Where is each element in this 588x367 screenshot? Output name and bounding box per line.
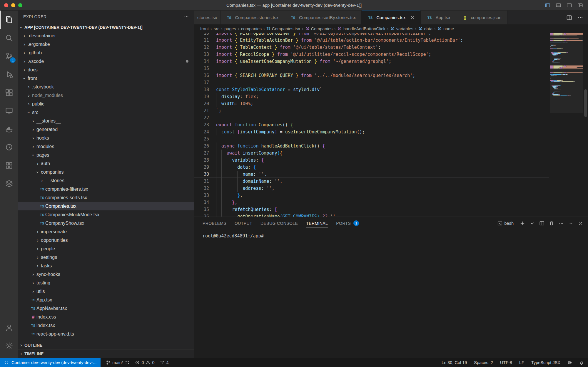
tree-item-node-modules[interactable]: ›node_modules — [18, 91, 194, 100]
tree-item-companies-sorts-tsx[interactable]: TScompanies-sorts.tsx — [18, 193, 194, 202]
tree-item-impersonate[interactable]: ›impersonate — [18, 227, 194, 236]
chevron-down-icon[interactable] — [529, 221, 535, 226]
activity-settings-gear[interactable] — [0, 337, 18, 355]
breadcrumb-companies[interactable]: Companies — [305, 26, 333, 31]
status-indentation[interactable]: Spaces: 2 — [474, 360, 493, 365]
breadcrumb-src[interactable]: src — [214, 26, 219, 31]
tree-item-stories[interactable]: ›__stories__ — [18, 176, 194, 185]
terminal[interactable]: root@0a42ecd84891:/app# — [194, 230, 588, 358]
split-terminal-icon[interactable] — [539, 221, 544, 226]
code-line-26[interactable]: 26async function handleAddButtonClick() … — [194, 143, 549, 150]
code-line-18[interactable]: 18const StyledTableContainer = styled.di… — [194, 86, 549, 93]
code-line-20[interactable]: 20width: 100%; — [194, 100, 549, 107]
tree-item-public[interactable]: ›public — [18, 100, 194, 108]
status-encoding[interactable]: UTF-8 — [500, 360, 512, 365]
panel-tab-output[interactable]: OUTPUT — [235, 219, 252, 227]
code-line-22[interactable]: 22 — [194, 114, 549, 121]
status-globe[interactable] — [567, 360, 572, 365]
zoom-window-button[interactable] — [18, 3, 22, 7]
tab-companies-tsx[interactable]: TSCompanies.tsx — [362, 11, 421, 24]
activity-files[interactable] — [0, 11, 18, 29]
status-language[interactable]: TypeScript JSX — [531, 360, 560, 365]
layout-customize-icon[interactable] — [577, 3, 583, 8]
code-line-21[interactable]: 21`; — [194, 107, 549, 114]
tree-item-tasks[interactable]: ›tasks — [18, 262, 194, 270]
activity-clock[interactable] — [0, 138, 18, 156]
code-line-14[interactable]: 14import { useInsertOneCompanyMutation }… — [194, 58, 549, 65]
more-actions-icon[interactable] — [577, 15, 583, 21]
minimize-window-button[interactable] — [11, 3, 15, 7]
layout-panel-icon[interactable] — [555, 3, 562, 8]
remote-indicator[interactable]: Container dev-twenty-dev (dev-twenty-dev… — [0, 358, 101, 367]
tree-item-sync-hooks[interactable]: ›sync-hooks — [18, 270, 194, 279]
editor-scrollbar[interactable] — [584, 89, 587, 117]
tree-item-companiesmockmode-tsx[interactable]: TSCompaniesMockMode.tsx — [18, 210, 194, 219]
outline-section-header[interactable]: › OUTLINE — [18, 341, 194, 349]
panel-tab-terminal[interactable]: TERMINAL — [306, 219, 328, 227]
tree-item-front[interactable]: ›front — [18, 74, 194, 83]
new-terminal-icon[interactable] — [520, 221, 525, 226]
breadcrumb-pages[interactable]: pages — [224, 26, 236, 31]
code-line-16[interactable]: 16import { SEARCH_COMPANY_QUERY } from '… — [194, 72, 549, 79]
code-line-24[interactable]: 24const [insertCompany] = useInsertOneCo… — [194, 128, 549, 135]
activity-layers[interactable] — [0, 175, 18, 193]
tree-item-companyshow-tsx[interactable]: TSCompanyShow.tsx — [18, 219, 194, 227]
activity-grid[interactable] — [0, 156, 18, 175]
tree-item-vscode[interactable]: ›.vscode — [18, 57, 194, 66]
breadcrumb-name[interactable]: name — [437, 26, 454, 31]
code-line-34[interactable]: 34}, — [194, 199, 549, 206]
status-notifications[interactable] — [579, 360, 584, 365]
close-window-button[interactable] — [4, 3, 8, 7]
tree-item-settings[interactable]: ›settings — [18, 253, 194, 262]
chevron-up-icon[interactable] — [568, 221, 574, 226]
tree-item-github[interactable]: ›.github — [18, 48, 194, 57]
tree-item-react-app-env-d-ts[interactable]: TSreact-app-env.d.ts — [18, 330, 194, 338]
explorer-more-button[interactable] — [184, 14, 189, 19]
layout-sidebar-left-icon[interactable] — [544, 3, 551, 8]
activity-remote-explorer[interactable] — [0, 102, 18, 120]
more-actions-icon[interactable] — [559, 221, 564, 226]
activity-account[interactable] — [0, 319, 18, 337]
code-line-19[interactable]: 19display: flex; — [194, 93, 549, 100]
workspace-section-header[interactable]: › APP [CONTAINER DEV-TWENTY-DEV (DEV-TWE… — [18, 23, 194, 31]
panel-tab-debug-console[interactable]: DEBUG CONSOLE — [260, 219, 298, 227]
tree-item-appnavbar-tsx[interactable]: TSAppNavbar.tsx — [18, 304, 194, 313]
breadcrumb-front[interactable]: front — [200, 26, 209, 31]
close-tab-button[interactable] — [410, 15, 415, 20]
code-line-30[interactable]: 30name: '', — [194, 171, 549, 178]
tree-item-devcontainer[interactable]: ›.devcontainer — [18, 31, 194, 40]
activity-search[interactable] — [0, 29, 18, 47]
close-icon[interactable] — [578, 221, 583, 226]
tree-item-testing[interactable]: ›testing — [18, 279, 194, 287]
code-line-29[interactable]: 29data: { — [194, 164, 549, 171]
tree-item-modules[interactable]: ›modules — [18, 142, 194, 151]
breadcrumb-companies[interactable]: companies — [241, 26, 262, 31]
tree-item-companies-filters-tsx[interactable]: TScompanies-filters.tsx — [18, 185, 194, 193]
code-line-10[interactable]: 10import { WithTopBarContainer } from '@… — [194, 33, 549, 37]
code-line-32[interactable]: 32address: '', — [194, 185, 549, 192]
tree-item-ergomake[interactable]: ›.ergomake — [18, 40, 194, 48]
timeline-section-header[interactable]: › TIMELINE — [18, 349, 194, 358]
tab-companies-stories-tsx[interactable]: TSCompanies.stories.tsx — [220, 11, 285, 24]
breadcrumb-companies-tsx[interactable]: TSCompanies.tsx — [267, 26, 300, 31]
tree-item-src[interactable]: ›src — [18, 108, 194, 117]
status-problems[interactable]: 0 0 — [135, 360, 154, 365]
tree-item-pages[interactable]: ›pages — [18, 151, 194, 159]
code-line-28[interactable]: 28variables: { — [194, 157, 549, 164]
trash-icon[interactable] — [549, 221, 554, 226]
tree-item-companies[interactable]: ›companies — [18, 168, 194, 176]
tab-stories-tsx[interactable]: stories.tsx — [194, 11, 220, 24]
code-line-27[interactable]: 27await insertCompany({ — [194, 150, 549, 157]
code-line-12[interactable]: 12import { TableContext } from '@/ui/tab… — [194, 44, 549, 51]
tab-app-tsx[interactable]: TSApp.tsx — [421, 11, 456, 24]
code-line-25[interactable]: 25 — [194, 135, 549, 143]
code-line-35[interactable]: 35refetchQueries: [ — [194, 206, 549, 213]
terminal-shell-selector[interactable]: bash — [497, 221, 514, 226]
status-branch[interactable]: main* — [106, 360, 130, 365]
code-line-23[interactable]: 23export function Companies() { — [194, 121, 549, 128]
status-cursor-position[interactable]: Ln 30, Col 19 — [442, 360, 467, 365]
breadcrumb-handleaddbuttonclick[interactable]: handleAddButtonClick — [338, 26, 385, 31]
code-area[interactable]: 10import { WithTopBarContainer } from '@… — [194, 33, 549, 217]
activity-extensions[interactable] — [0, 83, 18, 102]
tree-item-docs[interactable]: ›docs — [18, 66, 194, 74]
